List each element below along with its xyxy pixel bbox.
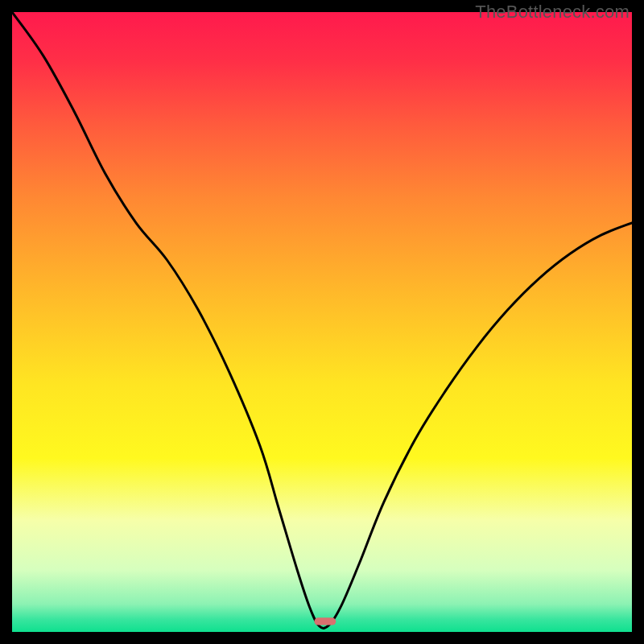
gradient-background	[12, 12, 632, 632]
plot-area	[12, 12, 632, 632]
watermark-text: TheBottleneck.com	[475, 2, 630, 23]
optimal-marker	[314, 617, 336, 625]
chart-frame: TheBottleneck.com	[0, 0, 644, 644]
chart-canvas	[12, 12, 632, 632]
